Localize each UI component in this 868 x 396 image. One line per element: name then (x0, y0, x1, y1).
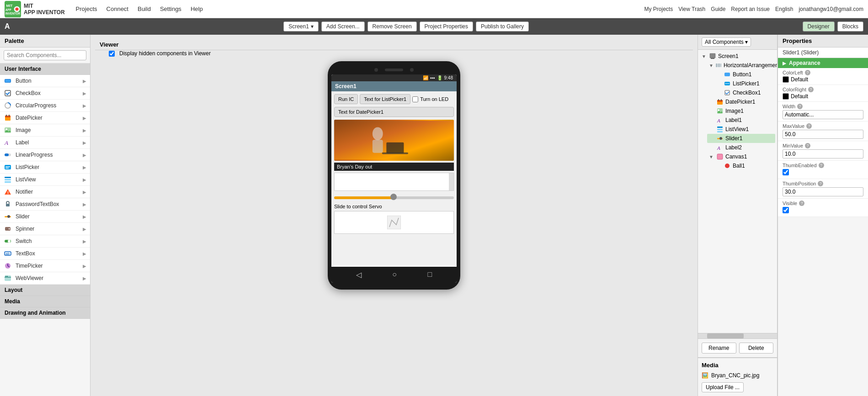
all-components-dropdown[interactable]: All Components ▾ (702, 37, 751, 47)
nav-settings[interactable]: Settings (156, 4, 185, 14)
tree-button1[interactable]: Button1 (714, 70, 775, 79)
publish-gallery-button[interactable]: Publish to Gallery (476, 21, 529, 32)
run-ic-button[interactable]: Run IC (334, 94, 358, 104)
tree-horizontalarrangement1[interactable]: ▼ HorizontalArrangement1 (707, 61, 775, 70)
project-properties-button[interactable]: Project Properties (420, 21, 473, 32)
tree-ball1[interactable]: Ball1 (714, 161, 775, 170)
delete-button[interactable]: Delete (739, 343, 774, 354)
my-projects-link[interactable]: My Projects (644, 6, 673, 12)
nav-connect[interactable]: Connect (103, 4, 132, 14)
phone-listview[interactable] (334, 173, 454, 191)
svg-rect-60 (717, 131, 723, 132)
thumbenabled-help-icon[interactable]: ? (819, 163, 824, 168)
palette-item-checkbox[interactable]: CheckBox ▶ (0, 87, 90, 100)
palette-item-datepicker[interactable]: DatePicker ▶ (0, 112, 90, 124)
palette-item-image[interactable]: Image ▶ (0, 124, 90, 137)
thumbenabled-checkbox[interactable] (783, 169, 789, 175)
minvalue-input[interactable] (783, 149, 863, 158)
palette-item-circularprogress[interactable]: CircularProgress ▶ (0, 100, 90, 112)
properties-appearance-section[interactable]: ▶ Appearance (778, 58, 868, 68)
palette-item-button[interactable]: Button ▶ (0, 75, 90, 87)
tree-label2[interactable]: A Label2 (707, 143, 775, 152)
tree-listpicker1[interactable]: ListPicker1 (714, 79, 775, 88)
palette-item-notifier[interactable]: ! Notifier ▶ (0, 186, 90, 198)
tree-checkbox1[interactable]: CheckBox1 (714, 88, 775, 97)
width-help-icon[interactable]: ? (797, 104, 803, 109)
category-ui[interactable]: User Interface (0, 63, 90, 75)
nav-build[interactable]: Build (134, 4, 154, 14)
display-hidden-checkbox[interactable] (109, 51, 115, 57)
palette-item-listview[interactable]: ListView ▶ (0, 174, 90, 186)
width-input[interactable] (783, 110, 863, 119)
prop-thumbenabled: ThumbEnabled ? (778, 161, 868, 179)
listpicker-arrow-icon: ▶ (83, 165, 86, 170)
add-screen-button[interactable]: Add Screen... (321, 21, 365, 32)
category-media[interactable]: Media (0, 296, 90, 307)
component-tree: ▼ Screen1 ▼ HorizontalArrangement1 (698, 50, 777, 333)
svg-rect-41 (382, 153, 408, 154)
palette-item-slider[interactable]: Slider ▶ (0, 211, 90, 223)
visible-checkbox[interactable] (783, 207, 789, 213)
screen1-dropdown[interactable]: Screen1 ▾ (283, 21, 319, 32)
media-file-icon: 🖼️ (702, 372, 708, 379)
guide-link[interactable]: Guide (711, 6, 725, 12)
nav-help[interactable]: Help (187, 4, 207, 14)
thumbposition-input[interactable] (783, 187, 863, 196)
tree-image1[interactable]: Image1 (707, 106, 775, 116)
img1-icon (716, 107, 724, 115)
colorright-help-icon[interactable]: ? (808, 87, 814, 92)
category-layout[interactable]: Layout (0, 285, 90, 296)
palette-item-spinner[interactable]: Spinner ▶ (0, 223, 90, 235)
tree-slider1[interactable]: Slider1 (707, 134, 775, 143)
upload-file-button[interactable]: Upload File ... (702, 382, 744, 392)
scroll-thumb[interactable] (707, 333, 744, 338)
colorright-swatch[interactable] (783, 93, 789, 100)
language-selector[interactable]: English (775, 6, 793, 12)
remove-screen-button[interactable]: Remove Screen (367, 21, 417, 32)
palette-item-label[interactable]: A Label ▶ (0, 137, 90, 149)
visible-help-icon[interactable]: ? (799, 201, 804, 206)
maxvalue-help-icon[interactable]: ? (806, 123, 812, 129)
svg-rect-53 (718, 99, 719, 101)
colorleft-help-icon[interactable]: ? (805, 70, 810, 75)
maxvalue-input[interactable] (783, 130, 863, 139)
datepicker-phone[interactable]: Text for DatePicker1 (334, 107, 454, 117)
palette-item-timepicker[interactable]: TimePicker ▶ (0, 260, 90, 272)
colorleft-swatch[interactable] (783, 76, 789, 83)
phone-slider[interactable] (334, 193, 454, 202)
palette-item-switch[interactable]: Switch ▶ (0, 235, 90, 248)
palette-item-passwordtextbox[interactable]: PasswordTextBox ▶ (0, 198, 90, 211)
tree-datepicker1[interactable]: DatePicker1 (707, 97, 775, 106)
nav-items: Projects Connect Build Settings Help (72, 4, 637, 14)
led-checkbox-row: Turn on LED (412, 96, 448, 102)
horizontal-scrollbar[interactable] (698, 333, 777, 338)
tree-canvas1[interactable]: ▼ Canvas1 (707, 152, 775, 161)
recent-nav-button[interactable]: □ (428, 270, 432, 279)
led-label: Turn on LED (420, 96, 448, 102)
palette-item-textbox[interactable]: ab TextBox ▶ (0, 248, 90, 260)
search-components-input[interactable] (4, 50, 86, 60)
back-nav-button[interactable]: ◁ (356, 270, 362, 279)
prop-width: Width ? (778, 102, 868, 121)
palette-item-listpicker[interactable]: ListPicker ▶ (0, 161, 90, 174)
listview-scrollbar[interactable] (449, 173, 453, 190)
designer-button[interactable]: Designer (803, 21, 835, 32)
palette-item-webviewer[interactable]: WebViewer ▶ (0, 272, 90, 285)
checkbox-palette-label: CheckBox (16, 90, 79, 96)
phone-image-caption: Bryan's Day out (334, 163, 454, 171)
rename-button[interactable]: Rename (702, 343, 736, 354)
text-listpicker-button[interactable]: Text for ListPicker1 (360, 94, 410, 104)
led-checkbox[interactable] (412, 96, 418, 102)
view-trash-link[interactable]: View Trash (678, 6, 705, 12)
minvalue-help-icon[interactable]: ? (805, 143, 810, 148)
tree-listview1[interactable]: ListView1 (707, 125, 775, 134)
category-drawing[interactable]: Drawing and Animation (0, 307, 90, 319)
thumbposition-help-icon[interactable]: ? (818, 181, 823, 186)
home-nav-button[interactable]: ○ (392, 270, 397, 279)
nav-projects[interactable]: Projects (72, 4, 101, 14)
tree-screen1[interactable]: ▼ Screen1 (700, 52, 775, 61)
palette-item-linearprogress[interactable]: LinearProgress ▶ (0, 149, 90, 161)
report-issue-link[interactable]: Report an Issue (731, 6, 770, 12)
blocks-button[interactable]: Blocks (837, 21, 863, 32)
tree-label1[interactable]: A Label1 (707, 116, 775, 125)
